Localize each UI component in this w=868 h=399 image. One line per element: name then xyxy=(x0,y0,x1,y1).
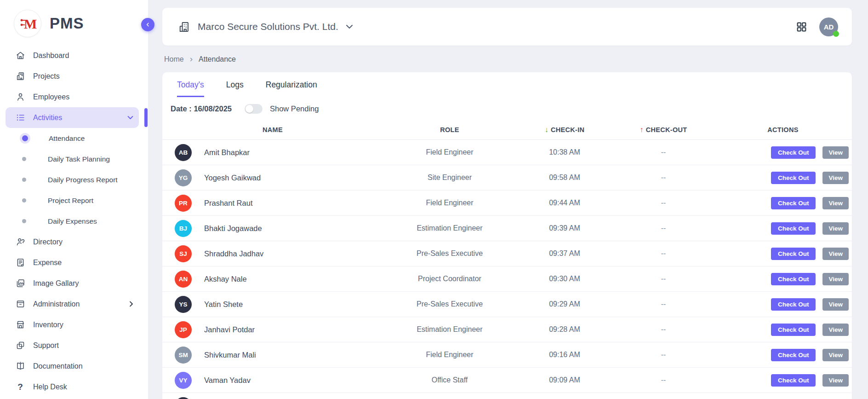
sidebar-item-dashboard[interactable]: Dashboard xyxy=(6,45,139,66)
col-header-role[interactable]: ROLE xyxy=(383,126,516,133)
receipt-icon xyxy=(15,258,25,268)
tab-logs[interactable]: Logs xyxy=(226,80,244,97)
company-selector[interactable]: Marco Secure Solutions Pvt. Ltd. xyxy=(178,21,353,33)
chevron-right-icon xyxy=(129,301,133,307)
employee-role: Site Engineer xyxy=(383,173,516,182)
col-header-actions: ACTIONS xyxy=(714,126,852,133)
check-out-button[interactable]: Check Out xyxy=(771,374,816,387)
check-in-time: 09:29 AM xyxy=(516,300,613,308)
app-logo: M PMS xyxy=(0,0,148,44)
employee-role: Office Staff xyxy=(383,376,516,384)
apps-grid-button[interactable] xyxy=(796,21,807,33)
breadcrumb-home[interactable]: Home xyxy=(164,55,184,64)
active-edge-indicator xyxy=(144,108,148,127)
employee-name-cell: SJShraddha Jadhav xyxy=(162,245,383,262)
actions-cell: Check OutView xyxy=(714,324,852,336)
employee-name-cell: VYVaman Yadav xyxy=(162,372,383,389)
view-button[interactable]: View xyxy=(822,248,849,260)
show-pending-label: Show Pending xyxy=(270,104,319,113)
view-button[interactable]: View xyxy=(822,222,849,235)
employee-role: Pre-Sales Executive xyxy=(383,249,516,258)
employee-name: Yatin Shete xyxy=(204,300,243,309)
check-out-button[interactable]: Check Out xyxy=(771,197,816,209)
sidebar-item-projects[interactable]: Projects xyxy=(6,66,139,87)
book-icon xyxy=(15,361,25,371)
sort-down-arrow-icon: ↓ xyxy=(545,126,548,134)
box-icon xyxy=(15,299,25,309)
col-header-check-in[interactable]: ↓ CHECK-IN xyxy=(516,126,613,134)
actions-cell: Check OutView xyxy=(714,222,852,235)
check-out-button[interactable]: Check Out xyxy=(771,222,816,235)
table-row: YSYatin ShetePre-Sales Executive09:29 AM… xyxy=(162,292,852,317)
check-out-button[interactable]: Check Out xyxy=(771,324,816,336)
check-in-time: 09:30 AM xyxy=(516,275,613,283)
show-pending-toggle[interactable] xyxy=(245,104,263,114)
view-button[interactable]: View xyxy=(822,374,849,387)
actions-cell: Check OutView xyxy=(714,197,852,209)
employee-avatar: VY xyxy=(175,372,192,389)
main-content: Marco Secure Solutions Pvt. Ltd. AD Home… xyxy=(148,0,868,399)
sidebar-item-label: Activities xyxy=(33,114,120,122)
breadcrumb: Home › Attendance xyxy=(164,52,852,66)
check-out-button[interactable]: Check Out xyxy=(771,146,816,159)
sidebar-item-label: Directory xyxy=(33,238,133,246)
sidebar-item-support[interactable]: Support xyxy=(6,335,139,356)
sidebar-subitem-daily-expenses[interactable]: Daily Expenses xyxy=(0,211,148,231)
view-button[interactable]: View xyxy=(822,324,849,336)
view-button[interactable]: View xyxy=(822,172,849,184)
check-in-time: 09:16 AM xyxy=(516,351,613,359)
sidebar-item-inventory[interactable]: Inventory xyxy=(6,314,139,335)
bullet-dot-icon xyxy=(22,198,26,202)
table-body: ABAmit BhapkarField Engineer10:38 AM--Ch… xyxy=(162,140,852,399)
sidebar-subitem-label: Attendance xyxy=(49,134,85,143)
actions-cell: Check OutView xyxy=(714,172,852,184)
check-out-button[interactable]: Check Out xyxy=(771,273,816,285)
top-header-bar: Marco Secure Solutions Pvt. Ltd. AD xyxy=(162,8,852,46)
employee-name: Shivkumar Mali xyxy=(204,351,256,359)
view-button[interactable]: View xyxy=(822,197,849,209)
tab-regularization[interactable]: Regularization xyxy=(266,80,317,97)
view-button[interactable]: View xyxy=(822,298,849,311)
sidebar-subitem-daily-progress-report[interactable]: Daily Progress Report xyxy=(0,169,148,190)
check-out-time: -- xyxy=(613,173,714,182)
table-row xyxy=(162,393,852,399)
sidebar-item-label: Dashboard xyxy=(33,52,133,60)
sidebar-subitem-daily-task-planning[interactable]: Daily Task Planning xyxy=(0,149,148,169)
table-row: SJShraddha JadhavPre-Sales Executive09:3… xyxy=(162,241,852,266)
bullet-dot-icon xyxy=(22,178,26,182)
sidebar-collapse-button[interactable] xyxy=(141,18,154,31)
view-button[interactable]: View xyxy=(822,273,849,285)
store-icon xyxy=(15,320,25,330)
check-out-button[interactable]: Check Out xyxy=(771,298,816,311)
app-name: PMS xyxy=(50,15,84,32)
col-header-name[interactable]: NAME xyxy=(162,126,383,133)
sidebar-subitem-attendance[interactable]: Attendance xyxy=(0,128,148,149)
sidebar-subitem-project-report[interactable]: Project Report xyxy=(0,190,148,211)
check-out-button[interactable]: Check Out xyxy=(771,248,816,260)
tab-bar: Today'sLogsRegularization xyxy=(162,72,852,97)
sidebar-item-image-gallary[interactable]: Image Gallary xyxy=(6,273,139,294)
user-avatar[interactable]: AD xyxy=(819,17,838,36)
col-header-check-out[interactable]: ↑ CHECK-OUT xyxy=(613,126,714,134)
check-out-button[interactable]: Check Out xyxy=(771,172,816,184)
list-icon xyxy=(15,113,25,123)
sidebar-item-label: Support xyxy=(33,341,133,350)
tab-today-s[interactable]: Today's xyxy=(177,80,204,97)
check-out-time: -- xyxy=(613,300,714,308)
view-button[interactable]: View xyxy=(822,349,849,361)
breadcrumb-current: Attendance xyxy=(199,55,236,64)
view-button[interactable]: View xyxy=(822,146,849,159)
sidebar-item-activities[interactable]: Activities xyxy=(6,107,139,128)
sidebar-item-expense[interactable]: Expense xyxy=(6,252,139,273)
sidebar-subitem-label: Project Report xyxy=(48,197,93,205)
sidebar-item-label: Employees xyxy=(33,93,133,101)
employee-name: Akshay Nale xyxy=(204,275,247,283)
employee-name: Prashant Raut xyxy=(204,199,252,208)
check-out-button[interactable]: Check Out xyxy=(771,349,816,361)
sidebar-item-administration[interactable]: Administration xyxy=(6,294,139,314)
sidebar-item-employees[interactable]: Employees xyxy=(6,87,139,107)
sidebar-item-help-desk[interactable]: ?Help Desk xyxy=(6,376,139,397)
sidebar-item-directory[interactable]: Directory xyxy=(6,231,139,252)
sidebar-item-label: Projects xyxy=(33,72,133,81)
sidebar-item-documentation[interactable]: Documentation xyxy=(6,356,139,376)
